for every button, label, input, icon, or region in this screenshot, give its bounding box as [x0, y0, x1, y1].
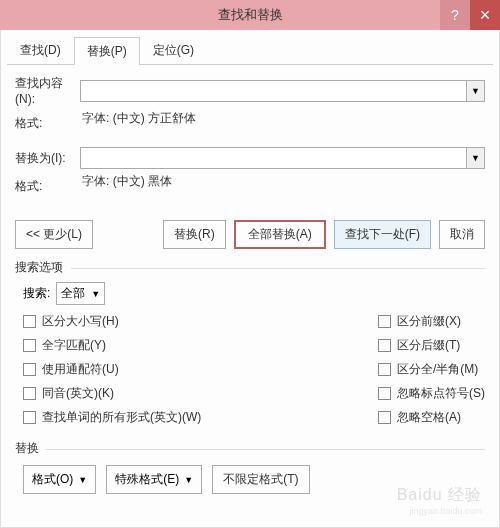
- checkbox-icon: [23, 363, 36, 376]
- close-button[interactable]: ×: [470, 0, 500, 30]
- special-menu-button[interactable]: 特殊格式(E) ▼: [106, 465, 202, 494]
- less-button[interactable]: << 更少(L): [15, 220, 93, 249]
- no-format-button[interactable]: 不限定格式(T): [212, 465, 309, 494]
- search-direction-select[interactable]: 全部 ▼: [56, 282, 105, 305]
- tab-goto[interactable]: 定位(G): [140, 36, 207, 64]
- replace-input-wrap: ▼: [80, 147, 485, 169]
- checkbox-icon: [23, 411, 36, 424]
- find-input[interactable]: [81, 81, 466, 101]
- replace-input[interactable]: [81, 148, 466, 168]
- options-legend: 搜索选项: [15, 259, 485, 276]
- find-format-label: 格式:: [15, 115, 80, 132]
- checkbox-icon: [23, 315, 36, 328]
- checkbox-icon: [23, 339, 36, 352]
- chevron-down-icon: ▼: [78, 475, 87, 485]
- check-ignore-space[interactable]: 忽略空格(A): [378, 409, 485, 426]
- check-sounds-like[interactable]: 同音(英文)(K): [23, 385, 378, 402]
- checkbox-icon: [23, 387, 36, 400]
- checkbox-icon: [378, 363, 391, 376]
- replace-fieldset: 替换 格式(O) ▼ 特殊格式(E) ▼ 不限定格式(T): [15, 434, 485, 494]
- check-match-case[interactable]: 区分大小写(H): [23, 313, 378, 330]
- tab-strip: 查找(D) 替换(P) 定位(G): [7, 36, 493, 65]
- chevron-down-icon: ▼: [91, 289, 100, 299]
- replace-dropdown-icon[interactable]: ▼: [466, 148, 484, 168]
- replace-format-value: 字体: (中文) 黑体: [80, 173, 172, 190]
- replace-legend: 替换: [15, 440, 485, 457]
- search-direction-value: 全部: [61, 285, 85, 302]
- check-prefix[interactable]: 区分前缀(X): [378, 313, 485, 330]
- checkbox-icon: [378, 315, 391, 328]
- chevron-down-icon: ▼: [184, 475, 193, 485]
- checkbox-icon: [378, 387, 391, 400]
- tab-replace[interactable]: 替换(P): [74, 37, 140, 65]
- checkbox-grid: 区分大小写(H) 全字匹配(Y) 使用通配符(U) 同音(英文)(K) 查找单词…: [15, 313, 485, 426]
- find-input-wrap: ▼: [80, 80, 485, 102]
- find-next-button[interactable]: 查找下一处(F): [334, 220, 431, 249]
- titlebar: 查找和替换 ? ×: [0, 0, 500, 30]
- dialog-title: 查找和替换: [0, 6, 500, 24]
- form-area: 查找内容(N): ▼ 格式: 字体: (中文) 方正舒体 替换为(I): ▼ 格…: [1, 65, 499, 214]
- find-format-value: 字体: (中文) 方正舒体: [80, 110, 196, 127]
- format-menu-button[interactable]: 格式(O) ▼: [23, 465, 96, 494]
- help-button[interactable]: ?: [440, 0, 470, 30]
- button-row: << 更少(L) 替换(R) 全部替换(A) 查找下一处(F) 取消: [1, 214, 499, 259]
- find-label: 查找内容(N):: [15, 75, 80, 106]
- replace-label: 替换为(I):: [15, 150, 80, 167]
- search-direction-label: 搜索:: [23, 285, 50, 302]
- checkbox-icon: [378, 339, 391, 352]
- options-fieldset: 搜索选项 搜索: 全部 ▼ 区分大小写(H) 全字匹配(Y) 使用通配符(U) …: [15, 259, 485, 426]
- replace-format-label: 格式:: [15, 178, 80, 195]
- replace-button[interactable]: 替换(R): [163, 220, 226, 249]
- titlebar-buttons: ? ×: [440, 0, 500, 30]
- check-whole-word[interactable]: 全字匹配(Y): [23, 337, 378, 354]
- tab-find[interactable]: 查找(D): [7, 36, 74, 64]
- check-ignore-punct[interactable]: 忽略标点符号(S): [378, 385, 485, 402]
- replace-all-button[interactable]: 全部替换(A): [234, 220, 326, 249]
- check-suffix[interactable]: 区分后缀(T): [378, 337, 485, 354]
- check-fullwidth[interactable]: 区分全/半角(M): [378, 361, 485, 378]
- find-dropdown-icon[interactable]: ▼: [466, 81, 484, 101]
- check-wildcards[interactable]: 使用通配符(U): [23, 361, 378, 378]
- check-word-forms[interactable]: 查找单词的所有形式(英文)(W): [23, 409, 378, 426]
- checkbox-icon: [378, 411, 391, 424]
- dialog-body: 查找(D) 替换(P) 定位(G) 查找内容(N): ▼ 格式: 字体: (中文…: [0, 30, 500, 528]
- cancel-button[interactable]: 取消: [439, 220, 485, 249]
